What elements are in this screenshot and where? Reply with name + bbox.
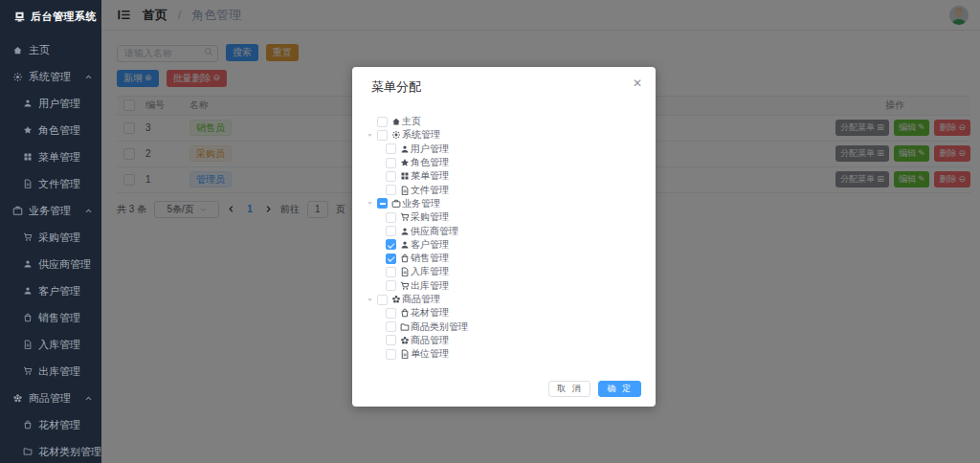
- tree-node-角色管理[interactable]: 角色管理: [352, 156, 656, 169]
- app-logo-icon: [13, 11, 26, 23]
- tree-node-label: 出库管理: [411, 279, 449, 293]
- tree-checkbox[interactable]: [377, 130, 388, 141]
- cart-icon: [23, 366, 33, 376]
- sidebar-item-销售管理[interactable]: 销售管理: [0, 304, 101, 331]
- sidebar-item-用户管理[interactable]: 用户管理: [0, 90, 101, 117]
- tree-node-菜单管理[interactable]: 菜单管理: [352, 169, 656, 183]
- tree-node-销售管理[interactable]: 销售管理: [352, 252, 656, 265]
- tree-node-出库管理[interactable]: 出库管理: [352, 279, 656, 293]
- tree-checkbox[interactable]: [377, 117, 388, 127]
- sidebar-item-label: 入库管理: [38, 338, 80, 352]
- sidebar-item-出库管理[interactable]: 出库管理: [0, 358, 101, 385]
- doc-icon: [23, 179, 33, 188]
- flower-icon: [391, 295, 401, 304]
- chevron-up-icon: [84, 207, 93, 215]
- tree-checkbox[interactable]: [386, 254, 396, 264]
- tree-node-单位管理[interactable]: 单位管理: [352, 347, 656, 361]
- tree-checkbox[interactable]: [386, 280, 396, 291]
- sidebar-item-菜单管理[interactable]: 菜单管理: [0, 143, 101, 170]
- sidebar: 后台管理系统 主页系统管理用户管理角色管理菜单管理文件管理业务管理采购管理供应商…: [0, 0, 101, 463]
- tree-checkbox[interactable]: [386, 335, 396, 345]
- flower-icon: [400, 336, 410, 345]
- sidebar-item-角色管理[interactable]: 角色管理: [0, 117, 101, 143]
- sidebar-item-label: 商品管理: [29, 391, 71, 406]
- sidebar-item-label: 花材类别管理: [38, 445, 101, 459]
- caret-down-icon[interactable]: [367, 297, 373, 303]
- cart-icon: [400, 281, 410, 291]
- briefcase-icon: [12, 206, 23, 216]
- tree-checkbox[interactable]: [386, 267, 396, 277]
- app-logo: 后台管理系统: [0, 0, 101, 33]
- caret-down-icon[interactable]: [367, 200, 373, 207]
- sidebar-item-label: 花材管理: [38, 418, 80, 432]
- sidebar-item-客户管理[interactable]: 客户管理: [0, 277, 101, 304]
- menu-assign-dialog: 菜单分配 ✕ 主页系统管理用户管理角色管理菜单管理文件管理业务管理采购管理供应商…: [352, 67, 656, 407]
- sidebar-item-系统管理[interactable]: 系统管理: [0, 63, 101, 90]
- tree-checkbox[interactable]: [386, 212, 396, 223]
- sidebar-item-文件管理[interactable]: 文件管理: [0, 170, 101, 197]
- home-icon: [391, 117, 401, 126]
- confirm-button[interactable]: 确 定: [598, 381, 641, 397]
- user-icon: [23, 99, 33, 108]
- tree-node-label: 客户管理: [411, 238, 449, 252]
- tree-node-商品管理[interactable]: 商品管理: [352, 293, 656, 306]
- tree-checkbox[interactable]: [377, 295, 388, 305]
- tree-node-供应商管理[interactable]: 供应商管理: [352, 224, 656, 237]
- tree-node-label: 入库管理: [411, 265, 449, 278]
- tree-node-商品类别管理[interactable]: 商品类别管理: [352, 320, 656, 333]
- sidebar-item-采购管理[interactable]: 采购管理: [0, 224, 101, 251]
- close-icon[interactable]: ✕: [633, 77, 642, 89]
- caret-down-icon[interactable]: [367, 132, 373, 139]
- sidebar-item-label: 系统管理: [29, 70, 71, 84]
- doc-icon: [400, 186, 410, 195]
- tree-node-label: 业务管理: [402, 197, 440, 210]
- tree-node-label: 销售管理: [411, 252, 449, 265]
- app-title: 后台管理系统: [31, 10, 97, 24]
- user-icon: [400, 144, 410, 154]
- tree-node-用户管理[interactable]: 用户管理: [352, 143, 656, 156]
- tree-node-商品管理[interactable]: 商品管理: [352, 334, 656, 347]
- tree-node-文件管理[interactable]: 文件管理: [352, 183, 656, 196]
- tree-node-花材管理[interactable]: 花材管理: [352, 306, 656, 320]
- sidebar-item-label: 用户管理: [38, 97, 80, 111]
- tree-checkbox[interactable]: [386, 226, 396, 236]
- home-icon: [12, 45, 23, 55]
- tree-checkbox[interactable]: [386, 171, 396, 182]
- cancel-button[interactable]: 取 消: [548, 381, 591, 397]
- sidebar-item-业务管理[interactable]: 业务管理: [0, 197, 101, 224]
- sidebar-item-label: 出库管理: [38, 364, 80, 379]
- tree-node-系统管理[interactable]: 系统管理: [352, 128, 656, 142]
- sidebar-item-主页[interactable]: 主页: [0, 36, 101, 63]
- sidebar-item-入库管理[interactable]: 入库管理: [0, 331, 101, 358]
- sidebar-item-label: 客户管理: [38, 284, 80, 298]
- gear-icon: [391, 130, 401, 140]
- app-window: 后台管理系统 主页系统管理用户管理角色管理菜单管理文件管理业务管理采购管理供应商…: [0, 0, 980, 463]
- tree-checkbox[interactable]: [386, 239, 396, 250]
- tree-checkbox[interactable]: [386, 308, 396, 319]
- tree-node-业务管理[interactable]: 业务管理: [352, 197, 656, 210]
- bag-icon: [400, 254, 410, 263]
- tree-checkbox[interactable]: [386, 158, 396, 168]
- tree-checkbox[interactable]: [386, 185, 396, 195]
- tree-node-label: 用户管理: [411, 143, 449, 156]
- menu-tree: 主页系统管理用户管理角色管理菜单管理文件管理业务管理采购管理供应商管理客户管理销…: [352, 115, 656, 361]
- tree-checkbox[interactable]: [386, 321, 396, 332]
- sidebar-item-label: 主页: [29, 43, 50, 57]
- tree-node-入库管理[interactable]: 入库管理: [352, 265, 656, 278]
- sidebar-item-商品管理[interactable]: 商品管理: [0, 385, 101, 411]
- star-icon: [400, 158, 410, 167]
- sidebar-item-花材管理[interactable]: 花材管理: [0, 411, 101, 438]
- tree-node-label: 单位管理: [411, 347, 449, 361]
- sidebar-item-花材类别管理[interactable]: 花材类别管理: [0, 438, 101, 463]
- tree-node-采购管理[interactable]: 采购管理: [352, 210, 656, 224]
- tree-checkbox[interactable]: [386, 349, 396, 360]
- sidebar-item-供应商管理[interactable]: 供应商管理: [0, 251, 101, 277]
- sidebar-item-label: 业务管理: [29, 204, 71, 218]
- tree-checkbox[interactable]: [386, 143, 396, 154]
- tree-node-label: 文件管理: [411, 184, 449, 197]
- tree-node-主页[interactable]: 主页: [352, 115, 656, 128]
- tree-checkbox[interactable]: [377, 198, 388, 209]
- gear-icon: [12, 72, 23, 82]
- tree-node-客户管理[interactable]: 客户管理: [352, 238, 656, 252]
- briefcase-icon: [391, 199, 401, 209]
